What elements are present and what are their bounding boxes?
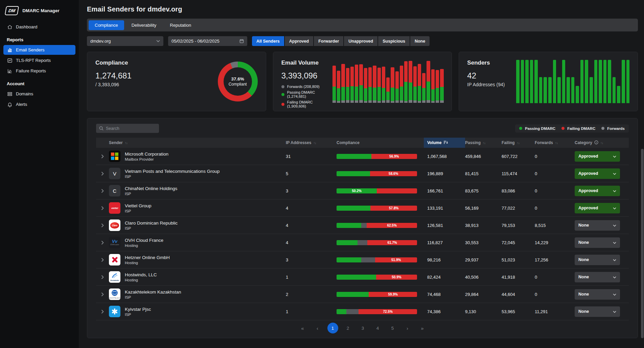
forwards-value: 0 [535, 275, 575, 280]
expand-row-button[interactable] [96, 171, 109, 176]
pagination-next[interactable]: › [402, 323, 413, 333]
expand-row-button[interactable] [96, 309, 109, 314]
sidebar-item-domains[interactable]: Domains [3, 89, 75, 99]
expand-row-button[interactable] [96, 240, 109, 245]
expand-row-button[interactable] [96, 189, 109, 193]
filter-all-senders[interactable]: All Senders [252, 36, 284, 46]
search-input[interactable] [106, 126, 156, 131]
pagination-prev[interactable]: ‹ [313, 323, 323, 333]
volume-bar-segment-forwards [364, 101, 367, 103]
volume-bar-segment-failing-dmarc [440, 69, 443, 87]
volume-bar-segment-passing-dmarc [386, 92, 390, 100]
category-value: Approved [578, 171, 598, 176]
compliance-percentage: 62.5% [387, 224, 396, 227]
category-dropdown[interactable]: Approved [575, 168, 620, 179]
sidebar-item-dashboard[interactable]: Dashboard [3, 22, 75, 32]
tab-bar: ComplianceDeliverabilityReputation [87, 19, 638, 31]
category-dropdown[interactable]: Approved [575, 203, 620, 213]
column-header-ip-addresses[interactable]: IP Addresses↑↓ [286, 138, 337, 148]
column-header-sender[interactable]: Sender↑↓ [109, 138, 286, 148]
compliance-bar: 50.2% [337, 188, 417, 193]
column-header-failing[interactable]: Failing↑↓ [502, 138, 535, 148]
domain-select[interactable]: dmdev.org [87, 36, 163, 46]
sender-type: ISP [125, 192, 177, 196]
compliance-cell: 59.9% [337, 292, 427, 297]
chevron-down-icon [613, 275, 616, 279]
compliance-bar-segment-forwards [346, 309, 359, 314]
table-row-hetzner-online-gmbh[interactable]: Hetzner Online GmbHHosting351.9%98,21629… [96, 251, 629, 269]
table-row-kazakhtelekom-kazakhstan[interactable]: KAZAKHTELECOMKazakhtelekom KazakhstanISP… [96, 286, 629, 303]
column-header-compliance[interactable]: Compliance [337, 138, 427, 148]
sidebar-item-alerts[interactable]: Alerts [3, 99, 75, 109]
category-dropdown[interactable]: None [575, 255, 620, 265]
filter-forwarder[interactable]: Forwarder [314, 36, 343, 46]
pagination-page-1[interactable]: 1 [327, 323, 338, 333]
bell-icon [7, 101, 13, 107]
expand-row-button[interactable] [96, 292, 109, 297]
pagination-last[interactable]: » [417, 323, 428, 333]
pagination-page-3[interactable]: 3 [358, 323, 368, 333]
volume-bar [440, 69, 443, 103]
expand-row-button[interactable] [96, 154, 109, 159]
compliance-bar: 56.9% [337, 154, 417, 159]
category-dropdown[interactable]: None [575, 289, 620, 300]
vertical-scrollbar[interactable] [641, 149, 644, 338]
sender-cell: VVietnam Posts and Telecommunications Gr… [109, 168, 286, 179]
compliance-percentage: 72.5% [383, 310, 393, 314]
category-dropdown[interactable]: Approved [575, 186, 620, 196]
column-header-passing[interactable]: Passing↑↓ [465, 138, 502, 148]
compliance-bar-segment-failing: 50.9% [376, 275, 417, 280]
table-row-claro-dominican-republic[interactable]: ClaroClaro Dominican RepublicISP462.5%12… [96, 217, 629, 234]
volume-bar-segment-failing-dmarc [341, 64, 345, 87]
volume-bar-segment-failing-dmarc [436, 70, 439, 88]
volume-bar [364, 68, 367, 103]
category-filter-group: All SendersApprovedForwarderUnapprovedSu… [252, 36, 430, 46]
category-dropdown[interactable]: None [575, 306, 620, 317]
volume-bar-segment-forwards [427, 100, 430, 103]
expand-row-button[interactable] [96, 275, 109, 279]
table-row-viettel-group[interactable]: viettelViettel GroupISP457.8%133,19156,1… [96, 200, 629, 217]
filter-unapproved[interactable]: Unapproved [344, 36, 377, 46]
domain-select-value: dmdev.org [90, 39, 111, 44]
sidebar-item-email-senders[interactable]: Email Senders [3, 45, 75, 55]
volume-bar-segment-forwards [395, 100, 399, 102]
pagination-first[interactable]: « [298, 323, 308, 333]
table-row-vietnam-posts-and-telecommunications-group[interactable]: VVietnam Posts and Telecommunications Gr… [96, 165, 629, 182]
category-value: None [578, 257, 589, 262]
pagination-page-5[interactable]: 5 [388, 323, 398, 333]
table-row-ovh-cloud-france[interactable]: VvOVH.comOVH Cloud FranceHosting461.7%11… [96, 234, 629, 251]
sidebar-item-failure-reports[interactable]: Failure Reports [3, 66, 75, 76]
volume-bar-segment-forwards [440, 100, 443, 102]
volume-bar-segment-failing-dmarc [400, 66, 403, 87]
tab-compliance[interactable]: Compliance [89, 20, 124, 30]
pagination-page-2[interactable]: 2 [343, 323, 353, 333]
sidebar-item-tls-rpt-reports[interactable]: TLS-RPT Reports [3, 55, 75, 65]
expand-row-button[interactable] [96, 223, 109, 228]
table-row-hostwinds-llc[interactable]: HostwindsHostwinds, LLCHosting150.9%82,4… [96, 269, 629, 286]
table-row-chinanet-online-holdings[interactable]: CChinaNet Online HoldingsISP350.2%166,76… [96, 182, 629, 200]
senders-bar [617, 86, 620, 103]
sender-info: Viettel GroupISP [125, 203, 152, 213]
sender-name: Hostwinds, LLC [125, 272, 157, 277]
tab-reputation[interactable]: Reputation [164, 20, 197, 30]
column-header-volume[interactable]: Volume [424, 138, 465, 148]
category-dropdown[interactable]: Approved [575, 151, 620, 162]
compliance-percentage: 56.9% [389, 155, 399, 158]
tab-deliverability[interactable]: Deliverability [125, 20, 163, 30]
category-dropdown[interactable]: None [575, 237, 620, 248]
table-row-microsoft-corporation[interactable]: Microsoft CorporationMailbox Provider315… [96, 148, 629, 165]
filter-approved[interactable]: Approved [285, 36, 313, 46]
filter-none[interactable]: None [410, 36, 430, 46]
pagination-page-4[interactable]: 4 [373, 323, 383, 333]
expand-row-button[interactable] [96, 206, 109, 210]
table-row-kyivstar-pjsc[interactable]: Kyivstar PjscISP172.5%74,3869,13053,9651… [96, 303, 629, 320]
category-dropdown[interactable]: None [575, 272, 620, 282]
expand-row-button[interactable] [96, 258, 109, 262]
category-dropdown[interactable]: None [575, 220, 620, 231]
column-header-forwards[interactable]: Forwards↑↓ [535, 138, 575, 148]
filter-suspicious[interactable]: Suspicious [378, 36, 410, 46]
senders-bar [553, 60, 556, 103]
column-header-category[interactable]: Category↑↓ [575, 138, 629, 148]
date-range-picker[interactable]: 05/02/2025 - 06/02/2025 [168, 36, 247, 46]
passing-value: 459,846 [465, 154, 502, 159]
